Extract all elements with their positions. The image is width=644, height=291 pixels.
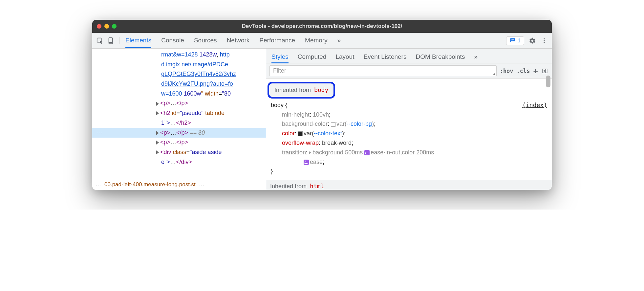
dom-node-p[interactable]: <p>…</p>: [92, 99, 266, 108]
color-swatch-icon[interactable]: [331, 122, 335, 127]
main-toolbar: Elements Console Sources Network Perform…: [92, 33, 552, 49]
css-prop[interactable]: color: [282, 130, 295, 137]
subtab-dom-breakpoints[interactable]: DOM Breakpoints: [416, 51, 465, 63]
minimize-icon[interactable]: [104, 24, 109, 29]
bezier-icon[interactable]: [304, 160, 309, 165]
css-prop[interactable]: transition: [282, 149, 306, 156]
issues-count: 1: [518, 38, 521, 44]
svg-rect-3: [511, 39, 514, 39]
tabs-overflow-icon[interactable]: »: [337, 34, 341, 48]
inherited-from-highlight: Inherited from body: [268, 82, 335, 99]
css-rule[interactable]: (index) body { min-height: 100vh; backgr…: [266, 100, 552, 177]
bezier-icon[interactable]: [364, 150, 370, 155]
tab-sources[interactable]: Sources: [194, 34, 217, 48]
crumb-ellipsis[interactable]: …: [199, 181, 204, 188]
window-title: DevTools - developer.chrome.com/blog/new…: [242, 23, 402, 30]
color-swatch-icon[interactable]: [298, 131, 303, 136]
css-prop[interactable]: background-color: [282, 121, 328, 127]
subtab-computed[interactable]: Computed: [298, 51, 327, 63]
expand-icon[interactable]: [156, 150, 159, 154]
inherited-from-bar: Inherited from html: [266, 180, 552, 190]
attr-link[interactable]: http: [220, 51, 230, 58]
styles-panel: Styles Computed Layout Event Listeners D…: [266, 49, 552, 190]
crumb-path[interactable]: 00.pad-left-400.measure-long.post.st: [104, 181, 196, 188]
crumb-ellipsis[interactable]: …: [96, 181, 101, 188]
subtabs-overflow-icon[interactable]: »: [474, 51, 478, 63]
filter-input[interactable]: Filter: [269, 65, 497, 76]
attr-link[interactable]: rmat&w=1428: [161, 51, 198, 58]
inherited-from-element[interactable]: html: [310, 183, 324, 190]
dollar-zero: == $0: [188, 129, 205, 136]
dom-tree[interactable]: rmat&w=1428 1428w, http d.imgix.net/imag…: [92, 49, 266, 179]
styles-subtabs: Styles Computed Layout Event Listeners D…: [266, 49, 552, 63]
dom-panel: rmat&w=1428 1428w, http d.imgix.net/imag…: [92, 49, 266, 190]
attr-link[interactable]: d.imgix.net/image/dPDCe: [161, 61, 228, 68]
svg-point-6: [544, 40, 545, 41]
content: rmat&w=1428 1428w, http d.imgix.net/imag…: [92, 49, 552, 190]
inspect-icon[interactable]: [96, 37, 103, 44]
tab-network[interactable]: Network: [227, 34, 250, 48]
css-prop[interactable]: overflow-wrap: [282, 140, 319, 146]
inherited-from-element[interactable]: body: [314, 86, 328, 93]
attr-link[interactable]: w=1600: [161, 90, 182, 97]
breadcrumb[interactable]: … 00.pad-left-400.measure-long.post.st …: [92, 179, 266, 190]
subtab-styles[interactable]: Styles: [271, 51, 289, 63]
expand-icon[interactable]: [309, 151, 311, 154]
dom-node-p[interactable]: <p>…</p>: [92, 138, 266, 147]
filter-bar: Filter :hov .cls +: [266, 63, 552, 78]
device-toggle-icon[interactable]: [107, 37, 115, 44]
issues-button[interactable]: 1: [506, 36, 524, 45]
css-var[interactable]: --color-text: [314, 130, 342, 137]
source-link[interactable]: (index): [522, 101, 547, 110]
expand-icon[interactable]: [156, 102, 159, 106]
css-var[interactable]: --color-bg: [347, 121, 372, 127]
svg-point-7: [544, 42, 545, 43]
hov-toggle[interactable]: :hov: [500, 68, 513, 74]
more-icon[interactable]: [541, 37, 548, 44]
cls-toggle[interactable]: .cls: [517, 68, 530, 74]
close-icon[interactable]: [97, 24, 101, 29]
attr-link[interactable]: d9lJKcYw2FU.png?auto=fo: [161, 80, 233, 87]
panel-tabs: Elements Console Sources Network Perform…: [125, 34, 341, 48]
expand-icon[interactable]: [156, 141, 159, 145]
svg-point-5: [544, 38, 545, 39]
styles-rules[interactable]: Inherited from body (index) body { min-h…: [266, 78, 552, 190]
css-selector[interactable]: body: [271, 102, 284, 108]
tab-performance[interactable]: Performance: [259, 34, 295, 48]
dom-node-selected[interactable]: <p>…</p> == $0: [92, 128, 266, 138]
devtools-window: DevTools - developer.chrome.com/blog/new…: [92, 20, 552, 190]
tab-memory[interactable]: Memory: [305, 34, 328, 48]
computed-sidebar-icon[interactable]: [541, 67, 548, 75]
traffic-lights: [97, 24, 117, 29]
tab-elements[interactable]: Elements: [125, 34, 151, 48]
expand-icon[interactable]: [156, 131, 159, 135]
dom-node-h2[interactable]: <h2 id="pseudo" tabinde: [92, 108, 266, 118]
scrollbar-thumb[interactable]: [546, 76, 550, 87]
zoom-icon[interactable]: [112, 24, 117, 29]
css-prop[interactable]: min-height: [282, 111, 310, 118]
attr-link[interactable]: gLQPGtEG3y0fTn4v82/3vhz: [161, 71, 236, 77]
settings-icon[interactable]: [529, 37, 536, 44]
svg-rect-4: [511, 40, 513, 40]
subtab-event-listeners[interactable]: Event Listeners: [363, 51, 406, 63]
new-style-rule-icon[interactable]: +: [533, 66, 538, 76]
expand-icon[interactable]: [156, 111, 159, 115]
subtab-layout[interactable]: Layout: [335, 51, 354, 63]
dom-node-div[interactable]: <div class="aside aside: [92, 147, 266, 157]
svg-rect-1: [109, 37, 113, 43]
tab-console[interactable]: Console: [161, 34, 184, 48]
titlebar: DevTools - developer.chrome.com/blog/new…: [92, 20, 552, 33]
